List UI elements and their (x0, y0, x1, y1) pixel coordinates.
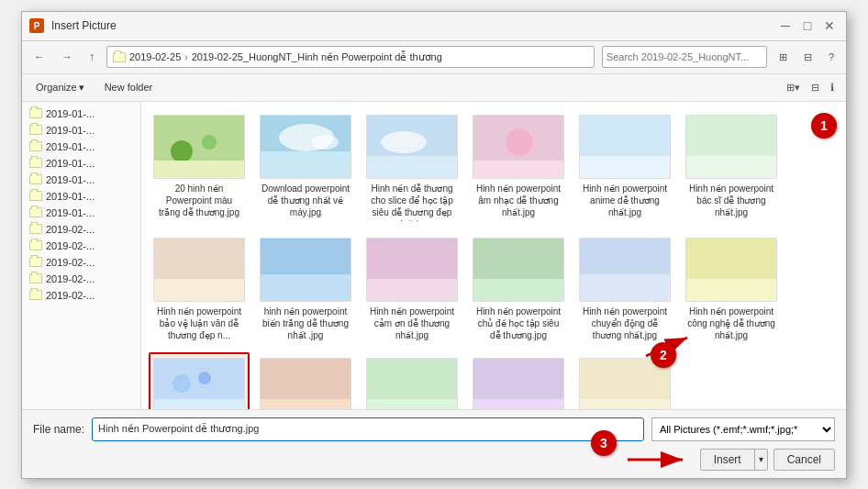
file-item-5[interactable]: Hinh nền powerpoint bác sĩ dễ thương nhấ… (681, 109, 782, 227)
file-thumb-9 (473, 238, 564, 302)
file-type-select[interactable]: All Pictures (*.emf;*.wmf;*.jpg;* (651, 417, 835, 441)
breadcrumb[interactable]: 2019-02-25 › 2019-02-25_HuongNT_Hinh nền… (106, 46, 595, 68)
file-item-7[interactable]: hinh nền powerpoint biến trắng dễ thương… (255, 232, 356, 347)
breadcrumb-current[interactable]: 2019-02-25_HuongNT_Hinh nền Powerpoint d… (192, 51, 442, 63)
sidebar-item-11[interactable]: 2019-02-... (22, 287, 140, 304)
file-thumb-10 (579, 238, 671, 302)
file-name-label: File name: (33, 423, 84, 436)
sidebar-item-0[interactable]: 2019-01-... (22, 106, 140, 122)
view-mode-button[interactable]: ⊞▾ (782, 79, 805, 96)
file-name-row: File name: All Pictures (*.emf;*.wmf;*.j… (33, 417, 835, 441)
folder-icon-9 (29, 257, 42, 267)
sidebar-item-7[interactable]: 2019-02-... (22, 221, 140, 238)
search-input[interactable] (602, 46, 767, 68)
file-name-label-8: Hinh nền powerpoint cảm ơn dễ thương nhấ… (367, 306, 457, 341)
title-controls: ─ □ ✕ (776, 17, 839, 35)
secondary-toolbar: Organize ▾ New folder ⊞▾ ⊟ ℹ (22, 74, 846, 102)
sidebar-item-8[interactable]: 2019-02-... (22, 238, 140, 254)
step-badge-3: 3 (591, 430, 617, 456)
svg-rect-3 (154, 161, 244, 179)
sidebar-item-2[interactable]: 2019-01-... (22, 139, 140, 155)
svg-point-10 (381, 131, 427, 153)
file-thumb-14 (366, 358, 458, 409)
file-thumb-4 (579, 115, 671, 179)
svg-rect-21 (261, 274, 351, 302)
up-button[interactable]: ↑ (84, 48, 99, 66)
details-pane-button[interactable]: ℹ (826, 79, 839, 96)
svg-rect-37 (367, 399, 457, 409)
sidebar-item-9[interactable]: 2019-02-... (22, 254, 140, 271)
preview-pane-button[interactable]: ⊟ (807, 79, 824, 96)
sidebar-item-5[interactable]: 2019-01-... (22, 188, 140, 205)
file-item-13[interactable]: Hinh nền powerpoint đẹp và đơn giản.jpg (255, 352, 356, 409)
file-thumb-2 (366, 115, 458, 179)
folder-icon-11 (29, 290, 42, 300)
svg-point-7 (311, 135, 339, 150)
file-thumb-8 (366, 238, 458, 302)
breadcrumb-separator: › (184, 52, 187, 62)
sidebar-item-6[interactable]: 2019-01-... (22, 205, 140, 221)
sidebar-item-10[interactable]: 2019-02-... (22, 271, 140, 287)
file-name-input[interactable] (92, 417, 644, 441)
file-name-label-11: Hinh nền powerpoint công nghệ dễ thương … (686, 306, 776, 341)
sidebar-label-9: 2019-02-... (46, 257, 95, 268)
svg-rect-9 (367, 156, 457, 179)
file-item-2[interactable]: Hinh nền dễ thương cho slice để học tập … (362, 109, 462, 227)
breadcrumb-root[interactable]: 2019-02-25 (129, 51, 181, 62)
file-item-3[interactable]: Hinh nền powerpoint âm nhạc dễ thương nh… (468, 109, 569, 227)
folder-icon-7 (29, 224, 42, 234)
svg-rect-5 (261, 151, 351, 179)
step-badge-1: 1 (811, 113, 837, 139)
back-button[interactable]: ← (29, 48, 50, 66)
file-item-6[interactable]: Hinh nền powerpoint bảo vệ luận văn dễ t… (149, 232, 250, 347)
maximize-button[interactable]: □ (798, 17, 817, 35)
file-name-label-10: Hinh nền powerpoint chuyển động dễ thươn… (580, 306, 670, 341)
sidebar-item-3[interactable]: 2019-01-... (22, 155, 140, 172)
sidebar-item-4[interactable]: 2019-01-... (22, 172, 140, 188)
insert-dropdown-button[interactable]: ▾ (754, 450, 767, 470)
view-controls: ⊞▾ ⊟ ℹ (782, 79, 839, 96)
forward-button[interactable]: → (57, 48, 77, 66)
close-button[interactable]: ✕ (820, 17, 839, 35)
file-item-4[interactable]: Hinh nền powerpoint anime dễ thương nhất… (574, 109, 675, 227)
sidebar-label-8: 2019-02-... (46, 240, 95, 251)
new-folder-button[interactable]: New folder (98, 79, 160, 95)
insert-button[interactable]: Insert (701, 450, 754, 470)
svg-rect-15 (580, 156, 670, 179)
dialog-title: Insert Picture (51, 19, 117, 32)
file-thumb-7 (260, 238, 351, 302)
file-item-10[interactable]: Hinh nền powerpoint chuyển động dễ thươn… (574, 232, 675, 347)
file-thumb-0 (153, 115, 245, 179)
organize-dropdown-icon: ▾ (79, 82, 84, 94)
sidebar-label-3: 2019-01-... (46, 158, 95, 169)
file-item-15[interactable]: ... (468, 352, 569, 409)
help-button[interactable]: ? (824, 49, 839, 65)
file-item-12[interactable]: Hinh nền Powerpoint dễ thương.jpg (149, 352, 250, 409)
file-item-9[interactable]: Hinh nền powerpoint chủ đề học tập siêu … (468, 232, 569, 347)
file-name-label-2: Hinh nền dễ thương cho slice để học tập … (367, 183, 457, 221)
svg-point-2 (202, 135, 217, 150)
folder-icon-10 (29, 273, 42, 283)
sidebar-label-7: 2019-02-... (46, 224, 95, 235)
view-pane-button[interactable]: ⊟ (799, 49, 817, 66)
file-thumb-5 (685, 115, 777, 179)
file-grid[interactable]: 20 hinh nền Powerpoint màu trắng dễ thươ… (141, 102, 846, 409)
file-item-11[interactable]: Hinh nền powerpoint công nghệ dễ thương … (681, 232, 782, 347)
file-item-0[interactable]: 20 hinh nền Powerpoint màu trắng dễ thươ… (149, 109, 250, 227)
icon-letter: P (34, 21, 40, 31)
svg-point-33 (198, 372, 211, 384)
file-thumb-13 (260, 358, 351, 409)
sidebar-item-1[interactable]: 2019-01-... (22, 122, 140, 139)
cancel-button[interactable]: Cancel (773, 449, 835, 471)
file-item-1[interactable]: Download powerpoint dễ thương nhất về má… (255, 109, 356, 227)
sidebar: 2019-01-...2019-01-...2019-01-...2019-01… (22, 102, 141, 409)
file-item-8[interactable]: Hinh nền powerpoint cảm ơn dễ thương nhấ… (362, 232, 462, 347)
main-content: 2019-01-...2019-01-...2019-01-...2019-01… (22, 102, 846, 409)
title-bar: P Insert Picture ─ □ ✕ (22, 12, 846, 41)
organize-label: Organize (36, 82, 77, 93)
organize-button[interactable]: Organize ▾ (29, 79, 91, 96)
file-item-14[interactable]: ... (362, 352, 462, 409)
minimize-button[interactable]: ─ (776, 17, 795, 35)
view-grid-button[interactable]: ⊞ (774, 49, 792, 66)
sidebar-label-10: 2019-02-... (46, 273, 95, 284)
